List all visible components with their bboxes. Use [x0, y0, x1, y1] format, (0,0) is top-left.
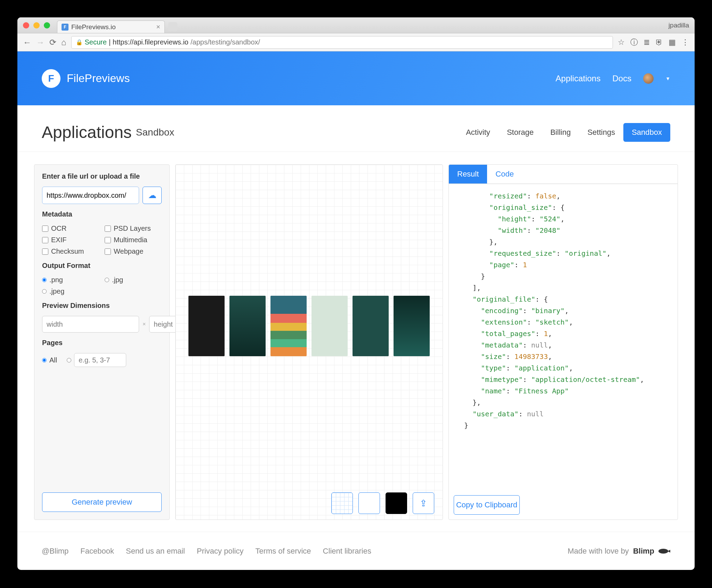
footer-libs[interactable]: Client libraries	[323, 547, 371, 556]
format-label: Output Format	[42, 262, 162, 270]
chk-multimedia[interactable]: Multimedia	[105, 236, 162, 244]
secure-label: Secure	[85, 38, 107, 46]
tab-close-icon[interactable]: ×	[156, 23, 160, 31]
chk-webpage[interactable]: Webpage	[105, 247, 162, 255]
brand-name: FilePreviews	[67, 72, 130, 85]
back-icon[interactable]: ←	[23, 38, 31, 47]
star-icon[interactable]: ☆	[618, 38, 625, 47]
nav-docs[interactable]: Docs	[612, 74, 631, 83]
info-icon[interactable]: ⓘ	[630, 37, 638, 48]
chevron-down-icon[interactable]: ▼	[665, 76, 670, 81]
chk-checksum[interactable]: Checksum	[42, 247, 99, 255]
enter-url-label: Enter a file url or upload a file	[42, 172, 162, 180]
preview-thumbnail[interactable]	[229, 296, 266, 356]
reload-icon[interactable]: ⟳	[49, 38, 56, 47]
close-icon[interactable]	[23, 22, 29, 28]
url-path: /apps/testing/sandbox/	[191, 38, 260, 46]
brand-logo-icon: F	[42, 69, 60, 88]
tab-billing[interactable]: Billing	[542, 123, 579, 142]
preview-thumbnail[interactable]	[270, 296, 307, 356]
radio-jpg[interactable]: .jpg	[105, 276, 162, 284]
footer-privacy[interactable]: Privacy policy	[197, 547, 243, 556]
footer-email[interactable]: Send us an email	[126, 547, 185, 556]
blimp-logo[interactable]: Blimp	[633, 547, 654, 556]
tab-storage[interactable]: Storage	[499, 123, 542, 142]
profile-name[interactable]: jpadilla	[669, 22, 689, 29]
radio-jpeg[interactable]: .jpeg	[42, 287, 99, 295]
tab-title: FilePreviews.io	[71, 23, 116, 31]
tab-result[interactable]: Result	[449, 165, 487, 183]
pages-label: Pages	[42, 339, 162, 347]
result-panel: Result Code "resized": false, "original_…	[448, 164, 678, 520]
nav-applications[interactable]: Applications	[556, 74, 600, 83]
x-separator: ×	[143, 321, 146, 327]
extension-icon[interactable]: ▦	[669, 38, 676, 47]
blimp-icon	[658, 548, 670, 554]
preview-thumbnail[interactable]	[353, 296, 389, 356]
share-icon: ⇪	[420, 498, 427, 509]
left-panel: Enter a file url or upload a file ☁ Meta…	[34, 164, 170, 520]
result-tabs: Result Code	[449, 165, 678, 184]
url-field[interactable]: 🔒 Secure | https://api.filepreviews.io/a…	[71, 36, 613, 49]
chk-ocr[interactable]: OCR	[42, 224, 99, 232]
file-url-input[interactable]	[42, 187, 139, 204]
page-title: Applications	[42, 123, 132, 142]
generate-preview-button[interactable]: Generate preview	[42, 492, 162, 512]
preview-thumbnail[interactable]	[188, 296, 225, 356]
new-tab-button[interactable]	[168, 22, 177, 31]
preview-tools: ⇪	[176, 487, 443, 520]
preview-thumbnail[interactable]	[312, 296, 348, 356]
radio-png[interactable]: .png	[42, 276, 99, 284]
upload-button[interactable]: ☁	[143, 187, 162, 204]
tab-activity[interactable]: Activity	[458, 123, 499, 142]
preview-panel: ⇪	[175, 164, 443, 520]
browser-tab[interactable]: F FilePreviews.io ×	[57, 21, 165, 33]
favicon-icon: F	[62, 24, 68, 31]
menu-icon[interactable]: ⋮	[681, 38, 689, 47]
home-icon[interactable]: ⌂	[61, 38, 66, 47]
bg-grid-button[interactable]	[331, 492, 353, 514]
tab-settings[interactable]: Settings	[579, 123, 624, 142]
minimize-icon[interactable]	[33, 22, 40, 28]
width-input[interactable]	[42, 316, 139, 333]
radio-pages-all[interactable]: All	[42, 356, 57, 364]
tab-code[interactable]: Code	[487, 165, 522, 183]
bg-black-button[interactable]	[386, 492, 407, 514]
toolbar-icons: ☆ ⓘ ≣ ⛨ ▦ ⋮	[618, 37, 689, 48]
hero-nav: Applications Docs ▼	[556, 73, 670, 84]
forward-icon: →	[36, 38, 44, 47]
tab-sandbox[interactable]: Sandbox	[623, 123, 670, 142]
hero: F FilePreviews Applications Docs ▼	[17, 51, 695, 105]
page-subtitle: Sandbox	[136, 127, 175, 138]
address-bar: ← → ⟳ ⌂ 🔒 Secure | https://api.fileprevi…	[17, 33, 695, 51]
chrome-titlebar: F FilePreviews.io × jpadilla	[17, 17, 695, 33]
page-tabs: Activity Storage Billing Settings Sandbo…	[458, 123, 670, 142]
app: F FilePreviews Applications Docs ▼ Appli…	[17, 51, 695, 570]
bg-white-button[interactable]	[358, 492, 380, 514]
svg-point-0	[658, 549, 668, 554]
made-with-love: Made with love by	[568, 547, 629, 556]
dim-label: Preview Dimensions	[42, 302, 162, 310]
copy-to-clipboard-button[interactable]: Copy to Clipboard	[454, 495, 520, 515]
share-button[interactable]: ⇪	[413, 492, 434, 514]
shield-icon[interactable]: ⛨	[655, 38, 663, 47]
radio-pages-range[interactable]	[67, 353, 126, 367]
footer: @Blimp Facebook Send us an email Privacy…	[17, 532, 695, 570]
footer-terms[interactable]: Terms of service	[255, 547, 311, 556]
preview-thumbnail[interactable]	[394, 296, 430, 356]
chk-psd[interactable]: PSD Layers	[105, 224, 162, 232]
preview-area	[176, 165, 443, 487]
cloud-upload-icon: ☁	[148, 190, 156, 200]
user-avatar[interactable]	[643, 73, 654, 84]
footer-blimp[interactable]: @Blimp	[42, 547, 68, 556]
buffer-icon[interactable]: ≣	[644, 38, 650, 47]
maximize-icon[interactable]	[44, 22, 50, 28]
window-controls	[23, 22, 50, 28]
pages-range-input[interactable]	[74, 353, 126, 367]
chk-exif[interactable]: EXIF	[42, 236, 99, 244]
footer-facebook[interactable]: Facebook	[80, 547, 114, 556]
metadata-label: Metadata	[42, 210, 162, 218]
code-area[interactable]: "resized": false, "original_size": { "he…	[449, 184, 678, 490]
tab-strip: F FilePreviews.io ×	[57, 17, 177, 33]
brand[interactable]: F FilePreviews	[42, 69, 130, 88]
